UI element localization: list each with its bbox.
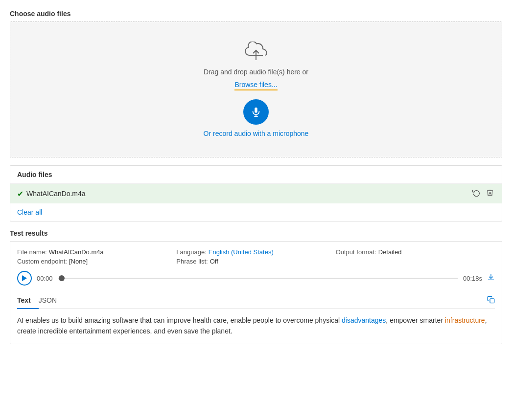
- copy-button[interactable]: [487, 296, 495, 306]
- test-results-section: Test results File name: WhatAICanDo.m4a …: [10, 229, 502, 344]
- results-panel: File name: WhatAICanDo.m4a Language: Eng…: [10, 241, 502, 344]
- tabs-left: Text JSON: [17, 292, 65, 309]
- audio-player: 00:00 00:18s: [17, 271, 495, 286]
- transcript-highlight-1: disadvantages: [342, 316, 386, 324]
- audio-files-header: Audio files: [10, 166, 502, 184]
- svg-rect-5: [490, 299, 494, 303]
- transcript-segment-1: AI enables us to build amazing software …: [17, 316, 342, 324]
- language-value: English (United States): [209, 248, 274, 256]
- output-format-meta: Output format: Detailed: [336, 248, 495, 256]
- download-button[interactable]: [487, 273, 495, 283]
- progress-thumb[interactable]: [59, 275, 65, 281]
- progress-track[interactable]: [58, 278, 458, 279]
- file-name-value: WhatAICanDo.m4a: [49, 248, 104, 256]
- custom-endpoint-key: Custom endpoint:: [17, 258, 67, 265]
- cloud-upload-icon: [244, 42, 268, 63]
- clear-all-button[interactable]: Clear all: [17, 208, 42, 216]
- record-audio-link[interactable]: Or record audio with a microphone: [204, 130, 309, 137]
- language-key: Language:: [176, 248, 206, 256]
- language-meta: Language: English (United States): [176, 248, 335, 256]
- audio-files-panel: Audio files ✔ WhatAICanDo.m4a: [10, 165, 502, 221]
- file-name-key: File name:: [17, 248, 47, 256]
- drop-text: Drag and drop audio file(s) here or: [204, 68, 308, 76]
- time-start: 00:00: [37, 275, 53, 282]
- svg-rect-1: [255, 108, 257, 113]
- transcript-text: AI enables us to build amazing software …: [17, 315, 495, 337]
- replay-button[interactable]: [471, 188, 481, 199]
- choose-audio-section: Choose audio files Drag and drop audio f…: [10, 10, 502, 157]
- play-button[interactable]: [17, 271, 32, 286]
- phrase-list-meta: Phrase list: Off: [176, 258, 335, 265]
- file-name-meta: File name: WhatAICanDo.m4a: [17, 248, 176, 256]
- audio-file-left: ✔ WhatAICanDo.m4a: [17, 189, 86, 199]
- output-format-value: Detailed: [378, 248, 402, 256]
- custom-endpoint-value: [None]: [69, 258, 88, 265]
- test-results-label: Test results: [10, 229, 502, 237]
- clear-all-row: Clear all: [10, 203, 502, 221]
- audio-actions: [471, 188, 495, 199]
- transcript-highlight-2: infrastructure: [445, 316, 485, 324]
- output-format-key: Output format:: [336, 248, 376, 256]
- browse-files-link[interactable]: Browse files...: [234, 81, 277, 90]
- phrase-list-key: Phrase list:: [176, 258, 208, 265]
- audio-file-row: ✔ WhatAICanDo.m4a: [10, 184, 502, 203]
- choose-audio-label: Choose audio files: [10, 10, 502, 18]
- drop-zone[interactable]: Drag and drop audio file(s) here or Brow…: [10, 22, 502, 157]
- microphone-button[interactable]: [243, 99, 269, 125]
- audio-file-name: WhatAICanDo.m4a: [26, 190, 86, 198]
- tabs-row: Text JSON: [17, 292, 495, 309]
- time-end: 00:18s: [463, 275, 482, 282]
- results-meta: File name: WhatAICanDo.m4a Language: Eng…: [17, 248, 495, 265]
- check-icon: ✔: [17, 189, 23, 199]
- delete-button[interactable]: [485, 188, 495, 199]
- tab-text[interactable]: Text: [17, 292, 39, 309]
- transcript-segment-2: , empower smarter: [386, 316, 445, 324]
- custom-endpoint-meta: Custom endpoint: [None]: [17, 258, 176, 265]
- tab-json[interactable]: JSON: [39, 292, 65, 309]
- phrase-list-value: Off: [210, 258, 218, 265]
- svg-marker-4: [22, 275, 27, 281]
